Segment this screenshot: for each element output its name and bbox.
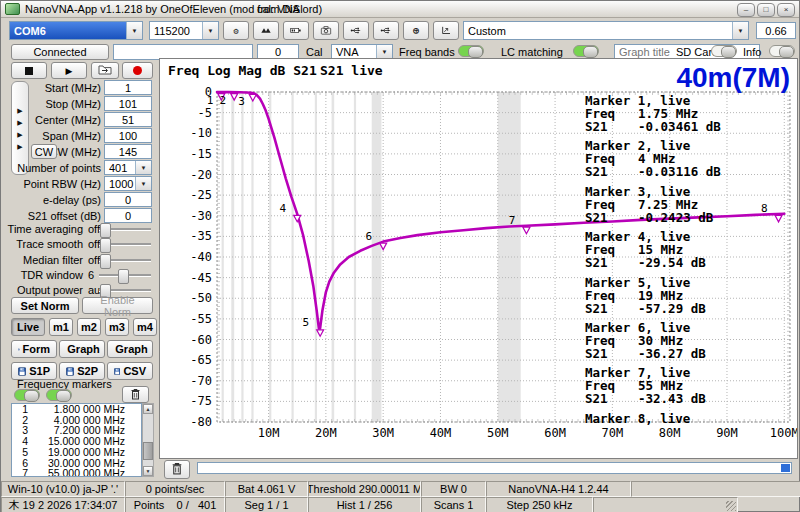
s21-offset-db-input[interactable] bbox=[104, 208, 152, 223]
field-label-number-of-points: Number of points bbox=[11, 162, 101, 174]
y-axis-label: -25 bbox=[190, 188, 212, 202]
panel-expander[interactable]: ▶ ▶ ▶ ▶ bbox=[11, 81, 29, 175]
frequency-markers-list[interactable]: 11.800 000 MHz24.000 000 MHz37.200 000 M… bbox=[11, 403, 142, 477]
cw-mhz-input[interactable] bbox=[104, 144, 152, 159]
trace-m4-button[interactable]: m4 bbox=[133, 318, 157, 336]
delete-markers-button[interactable] bbox=[122, 386, 149, 403]
camera-button[interactable] bbox=[313, 21, 339, 40]
x-axis-label: 30M bbox=[372, 426, 394, 440]
baud-rate-select[interactable]: 115200 ▼ bbox=[149, 21, 219, 40]
chevron-down-icon[interactable]: ▼ bbox=[135, 177, 151, 190]
svg-text:2: 2 bbox=[220, 94, 227, 107]
tdr-window-value: 6 bbox=[88, 269, 94, 281]
combo-value: 1000 bbox=[105, 177, 135, 190]
stop-sweep-button[interactable] bbox=[11, 62, 47, 79]
trace-smooth-slider[interactable] bbox=[99, 238, 151, 251]
cw-mode-button[interactable]: CW bbox=[31, 144, 57, 159]
record-button[interactable] bbox=[122, 62, 153, 79]
save-graph-button[interactable]: Graph bbox=[59, 340, 105, 358]
globe-button[interactable]: ⊕ bbox=[403, 21, 429, 40]
sd-card-toggle[interactable] bbox=[711, 45, 737, 57]
svg-text:S21: S21 bbox=[585, 301, 608, 316]
chart-export-icon bbox=[440, 23, 452, 38]
time-averaging-slider[interactable] bbox=[99, 223, 151, 236]
scan-up-button[interactable] bbox=[253, 21, 279, 40]
preset-select[interactable]: Custom ▼ bbox=[463, 21, 749, 40]
trace-m1-button[interactable]: m1 bbox=[49, 318, 73, 336]
save-graph-button[interactable]: Graph bbox=[107, 340, 153, 358]
trace-live-button[interactable]: Live bbox=[11, 318, 45, 336]
scrollbar-thumb[interactable] bbox=[143, 442, 153, 460]
start-sweep-button[interactable]: ▶ bbox=[51, 62, 87, 79]
slider-thumb[interactable] bbox=[100, 223, 111, 238]
slider-thumb[interactable] bbox=[100, 254, 111, 269]
scroll-up-icon[interactable]: ▲ bbox=[143, 404, 153, 414]
chart-export-button[interactable] bbox=[433, 21, 459, 40]
trace-m2-button[interactable]: m2 bbox=[77, 318, 101, 336]
scale-field[interactable] bbox=[756, 22, 796, 39]
span-mhz-input[interactable] bbox=[104, 128, 152, 143]
tdr-window-slider[interactable] bbox=[99, 269, 151, 282]
set-norm-button[interactable]: Set Norm bbox=[11, 297, 79, 314]
svg-text:8: 8 bbox=[761, 202, 768, 215]
number-of-points-select[interactable]: 401▼ bbox=[104, 160, 152, 175]
marker-frequency: 19.000 000 MHz bbox=[28, 447, 141, 458]
usb-b-button[interactable] bbox=[373, 21, 399, 40]
markers-show-toggle[interactable] bbox=[14, 389, 40, 401]
stop-mhz-input[interactable] bbox=[104, 96, 152, 111]
gear-button[interactable]: ⚙ bbox=[223, 21, 249, 40]
chevron-down-icon[interactable]: ▼ bbox=[376, 45, 392, 59]
trace-m3-button[interactable]: m3 bbox=[105, 318, 129, 336]
point-rbw-hz-select[interactable]: 1000▼ bbox=[104, 176, 152, 191]
export-csv-button[interactable]: CSV bbox=[107, 362, 153, 380]
s21-chart[interactable]: 0-5-10-15-20-25-30-35-40-45-50-55-60-65-… bbox=[160, 59, 797, 458]
trash-icon bbox=[171, 462, 183, 477]
svg-text:-0.03461 dB: -0.03461 dB bbox=[638, 119, 721, 134]
floppy-icon bbox=[18, 344, 20, 355]
close-button[interactable]: × bbox=[777, 3, 795, 17]
chevron-down-icon[interactable]: ▼ bbox=[202, 22, 218, 39]
stop-icon bbox=[25, 67, 33, 75]
play-icon: ▶ bbox=[66, 66, 73, 76]
freq-bands-toggle[interactable] bbox=[458, 45, 484, 57]
median-filter-slider[interactable] bbox=[99, 254, 151, 267]
chevron-down-icon[interactable]: ▼ bbox=[732, 22, 748, 39]
minimize-button[interactable]: – bbox=[737, 3, 755, 17]
slider-thumb[interactable] bbox=[100, 238, 111, 253]
y-axis-label: -75 bbox=[190, 394, 212, 408]
open-file-button[interactable] bbox=[91, 62, 119, 79]
freq-marker-row[interactable]: 519.000 000 MHz bbox=[12, 447, 141, 458]
maximize-button[interactable]: □ bbox=[757, 3, 775, 17]
freq-marker-row[interactable]: 755.000 000 MHz bbox=[12, 468, 141, 477]
svg-text:-0.2423 dB: -0.2423 dB bbox=[638, 210, 714, 225]
field-label-span-mhz: Span (MHz) bbox=[11, 130, 101, 142]
scroll-down-icon[interactable]: ▼ bbox=[143, 466, 153, 476]
y-axis-label: -40 bbox=[190, 250, 212, 264]
band-annotation: 40m(7M) bbox=[676, 62, 790, 93]
battery-button[interactable] bbox=[283, 21, 309, 40]
save-form-button[interactable]: Form bbox=[11, 340, 57, 358]
slider-label-output-power: Output power bbox=[5, 284, 83, 296]
slider-label-trace-smooth: Trace smooth bbox=[5, 238, 83, 250]
start-mhz-input[interactable] bbox=[104, 80, 152, 95]
markers-list-scrollbar[interactable]: ▲ ▼ bbox=[142, 403, 154, 477]
connected-button[interactable]: Connected bbox=[11, 44, 109, 60]
toggle-knob bbox=[583, 46, 598, 58]
chevron-down-icon[interactable]: ▼ bbox=[135, 161, 151, 174]
markers-track-toggle[interactable] bbox=[46, 389, 72, 401]
save-label: Graph bbox=[67, 343, 99, 355]
e-delay-ps-input[interactable] bbox=[104, 192, 152, 207]
y-axis-label: -50 bbox=[190, 291, 212, 305]
y-axis-label: -5 bbox=[198, 106, 212, 120]
com-port-select[interactable]: COM6 ▼ bbox=[9, 21, 143, 40]
slider-thumb[interactable] bbox=[118, 269, 129, 284]
chevron-down-icon[interactable]: ▼ bbox=[126, 22, 142, 39]
usb-a-button[interactable] bbox=[343, 21, 369, 40]
info-toggle[interactable] bbox=[769, 45, 795, 57]
y-axis-label: -35 bbox=[190, 229, 212, 243]
clear-chart-button[interactable] bbox=[164, 460, 190, 479]
enable-norm-button[interactable]: Enable Norm bbox=[82, 297, 153, 314]
center-mhz-input[interactable] bbox=[104, 112, 152, 127]
x-axis-label: 70M bbox=[602, 426, 624, 440]
lc-matching-toggle[interactable] bbox=[573, 45, 599, 57]
